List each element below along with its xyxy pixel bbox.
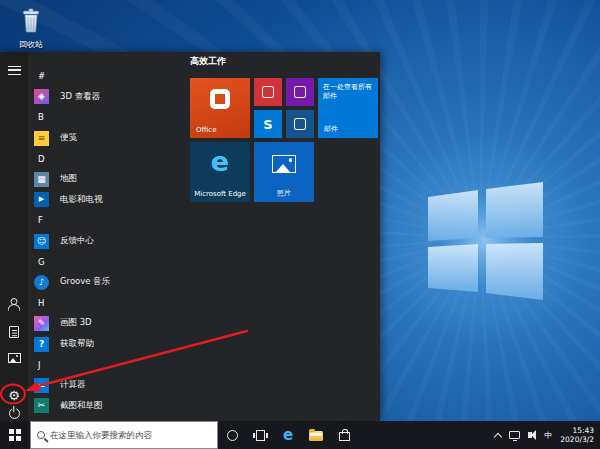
tile-small-4-icon [294, 118, 306, 130]
windows-logo-icon [9, 429, 21, 441]
calculator-icon: = [34, 378, 49, 393]
tile-small-1-icon [262, 86, 274, 98]
tile-photos[interactable]: 照片 [254, 142, 314, 202]
app-list-item-get-help[interactable]: ?获取帮助 [30, 334, 182, 355]
app-list-item-sticky-notes[interactable]: ≡便笺 [30, 128, 182, 149]
hamburger-icon [8, 66, 21, 75]
app-list-item-movies-tv[interactable]: ▶电影和电视 [30, 190, 182, 211]
tile-small-1[interactable] [254, 78, 282, 106]
tile-small-2[interactable] [286, 78, 314, 106]
tile-group-title[interactable]: 高效工作 [190, 55, 226, 68]
store-bag-icon [339, 432, 350, 441]
cortana-icon [227, 430, 238, 441]
sticky-notes-icon: ≡ [34, 131, 49, 146]
network-icon[interactable] [509, 431, 520, 439]
taskbar: e 中 15:43 2020/3/2 [0, 421, 600, 449]
office-logo-icon [210, 89, 230, 109]
tile-office[interactable]: Office [190, 78, 250, 138]
app-list-item-snip-sketch[interactable]: ✂截图和草图 [30, 396, 182, 417]
feedback-hub-icon: ☺ [34, 234, 49, 249]
maps-icon: ▦ [34, 172, 49, 187]
picture-icon [8, 353, 21, 363]
tray-chevron-up-icon[interactable] [494, 432, 502, 440]
start-button[interactable] [0, 421, 30, 449]
groove-music-icon: ♪ [34, 275, 49, 290]
microsoft-store-button[interactable] [330, 421, 358, 449]
search-input[interactable] [50, 430, 211, 440]
system-tray: 中 15:43 2020/3/2 [495, 421, 600, 449]
app-list-item-groove-music[interactable]: ♪Groove 音乐 [30, 272, 182, 293]
app-list-header-g[interactable]: G [30, 251, 182, 272]
taskbar-clock[interactable]: 15:43 2020/3/2 [560, 426, 594, 445]
edge-taskbar-button[interactable]: e [274, 421, 302, 449]
app-list-header-j[interactable]: J [30, 354, 182, 375]
edge-icon: e [283, 428, 293, 443]
app-list-header-d[interactable]: D [30, 148, 182, 169]
tile-microsoft-edge[interactable]: e Microsoft Edge [190, 142, 250, 202]
app-list-item-calculator[interactable]: =计算器 [30, 375, 182, 396]
mail-live-tile-text: 在一处查看所有邮件 [318, 78, 378, 102]
pictures-button[interactable] [4, 348, 24, 368]
document-icon [9, 326, 19, 338]
ime-indicator[interactable]: 中 [544, 430, 552, 441]
edge-icon: e [190, 147, 250, 177]
skype-icon: S [263, 117, 272, 132]
documents-button[interactable] [4, 322, 24, 342]
tile-skype[interactable]: S [254, 110, 282, 138]
folder-icon [309, 431, 323, 441]
clock-date: 2020/3/2 [560, 435, 594, 445]
movies-tv-icon: ▶ [34, 192, 49, 207]
power-button[interactable] [4, 405, 24, 421]
app-list-item-3d-viewer[interactable]: ◈3D 查看器 [30, 87, 182, 108]
app-list-header-h[interactable]: H [30, 293, 182, 314]
paint-3d-icon: ✎ [34, 316, 49, 331]
recycle-bin[interactable]: 回收站 [8, 8, 54, 50]
app-list-item-paint-3d[interactable]: ✎画图 3D [30, 313, 182, 334]
gear-icon: ⚙ [8, 389, 20, 402]
photos-icon [272, 155, 296, 173]
search-icon [37, 431, 45, 439]
recycle-bin-icon [20, 8, 42, 34]
task-view-button[interactable] [246, 421, 274, 449]
settings-button[interactable]: ⚙ [4, 386, 24, 404]
app-list-header-b[interactable]: B [30, 107, 182, 128]
file-explorer-button[interactable] [302, 421, 330, 449]
user-account-button[interactable] [4, 294, 24, 314]
recycle-bin-label: 回收站 [8, 39, 54, 50]
volume-icon[interactable] [528, 432, 532, 438]
cortana-button[interactable] [218, 421, 246, 449]
taskbar-search-box[interactable] [30, 421, 218, 449]
user-icon [8, 298, 21, 311]
tile-small-2-icon [294, 86, 306, 98]
app-list-item-maps[interactable]: ▦地图 [30, 169, 182, 190]
power-icon [9, 408, 20, 419]
start-menu-rail: ⚙ [0, 52, 28, 421]
app-list-header-f[interactable]: F [30, 210, 182, 231]
snip-sketch-icon: ✂ [34, 398, 49, 413]
clock-time: 15:43 [560, 426, 594, 436]
app-list: # ◈3D 查看器 B ≡便笺 D ▦地图 ▶电影和电视 F ☺反馈中心 G ♪… [30, 66, 182, 416]
expand-menu-button[interactable] [4, 60, 24, 80]
get-help-icon: ? [34, 337, 49, 352]
start-menu: ⚙ # ◈3D 查看器 B ≡便笺 D ▦地图 ▶电影和电视 F ☺反馈中心 G… [0, 52, 380, 421]
app-list-header-hash[interactable]: # [30, 66, 182, 87]
3d-viewer-icon: ◈ [34, 89, 49, 104]
tile-small-4[interactable] [286, 110, 314, 138]
tile-mail[interactable]: 在一处查看所有邮件 邮件 [318, 78, 378, 138]
app-list-item-feedback-hub[interactable]: ☺反馈中心 [30, 231, 182, 252]
task-view-icon [256, 430, 265, 441]
